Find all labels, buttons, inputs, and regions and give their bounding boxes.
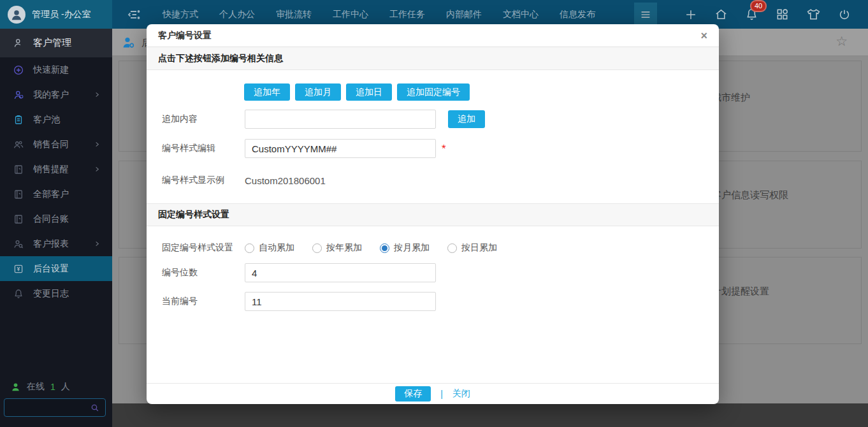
people-icon [13,139,24,150]
chevron-right-icon [94,240,101,247]
sidebar-item-label: 变更日志 [33,288,69,300]
star-favorite-icon[interactable]: ☆ [835,34,848,49]
settings-user-icon [121,35,136,50]
append-content-label: 追加内容 [162,113,245,125]
hamburger-menu-icon[interactable] [634,3,657,26]
online-count: 1 [50,382,55,392]
customer-management-icon [13,37,24,49]
section-header-append-info: 点击下述按钮添加编号相关信息 [147,47,719,70]
nav-item-personal-office[interactable]: 个人办公 [219,9,255,20]
radio-label: 按日累加 [461,242,497,254]
sidebar-search-input[interactable] [4,403,90,412]
chevron-right-icon [94,166,101,173]
search-icon[interactable] [90,403,105,413]
radio-label: 按月累加 [394,242,430,254]
online-status: 在线 1 人 [10,381,70,393]
chevron-right-icon [94,91,101,98]
card-label: 客户信息读写权限 [712,189,788,201]
phonebook-icon [13,214,24,225]
sidebar-item-customer-reports[interactable]: 客户报表 [0,231,112,256]
modal-footer: 保存 | 关闭 [147,383,719,404]
number-digits-row: 编号位数 [162,263,719,282]
radio-button[interactable] [312,243,322,253]
number-example-label: 编号样式显示例 [162,175,245,186]
phonebook-icon [13,189,24,200]
plus-icon[interactable] [684,8,698,22]
sidebar-item-backend-settings[interactable]: 后台设置 [0,256,112,281]
fixed-number-style-label: 固定编号样式设置 [162,242,245,254]
append-year-button[interactable]: 追加年 [244,83,290,101]
append-button[interactable]: 追加 [448,110,485,128]
number-style-input[interactable] [245,139,436,158]
save-button[interactable]: 保存 [395,386,431,402]
sidebar-search [4,398,106,417]
topbar-nav: 快捷方式 个人办公 审批流转 工作中心 工作任务 内部邮件 文档中心 信息发布 [112,3,657,26]
sidebar-item-change-log[interactable]: 变更日志 [0,281,112,306]
number-digits-input[interactable] [245,263,436,282]
notification-bell-icon[interactable]: 40 [744,7,759,22]
number-style-label: 编号样式编辑 [162,143,245,154]
radio-button[interactable] [447,243,457,253]
online-suffix: 人 [61,381,70,393]
number-example-value: Custom201806001 [245,175,326,186]
user-avatar-icon [8,6,25,24]
radio-label: 按年累加 [326,242,362,254]
sidebar-item-label: 客户报表 [33,238,69,250]
number-digits-label: 编号位数 [162,267,245,279]
radio-yearly-increment[interactable]: 按年累加 [312,242,371,254]
nav-item-document-center[interactable]: 文档中心 [503,9,539,20]
online-person-icon [10,382,21,393]
append-month-button[interactable]: 追加月 [295,83,341,101]
sidebar-item-label: 合同台账 [33,214,69,225]
radio-auto-increment[interactable]: 自动累加 [245,242,303,254]
footer-divider: | [440,389,443,399]
radio-daily-increment[interactable]: 按日累加 [447,242,506,254]
topbar-icons: 40 [684,6,868,22]
append-content-row: 追加内容 追加 [162,110,719,129]
sidebar-item-label: 销售提醒 [33,164,69,175]
sidebar-header-customer-management[interactable]: 客户管理 [0,29,112,57]
home-icon[interactable] [714,7,728,22]
sidebar-item-all-customers[interactable]: 全部客户 [0,182,112,206]
radio-button-selected[interactable] [380,243,389,253]
number-style-row: 编号样式编辑 * [162,139,719,158]
sidebar-item-sales-contracts[interactable]: 销售合同 [0,132,112,157]
append-fixed-number-button[interactable]: 追加固定编号 [397,83,470,101]
nav-item-work-tasks[interactable]: 工作任务 [389,9,425,20]
radio-monthly-increment[interactable]: 按月累加 [380,242,438,254]
close-icon[interactable]: × [700,30,707,41]
required-asterisk: * [442,143,446,154]
section-header-fixed-number: 固定编号样式设置 [147,203,719,226]
nav-item-info-publish[interactable]: 信息发布 [560,9,595,20]
power-icon[interactable] [837,8,851,22]
sidebar-item-label: 后台设置 [33,263,69,275]
sidebar-item-label: 全部客户 [33,189,69,200]
sidebar-item-my-customers[interactable]: 我的客户 [0,82,112,107]
sidebar-item-sales-reminders[interactable]: 销售提醒 [0,157,112,182]
nav-item-work-center[interactable]: 工作中心 [333,9,368,20]
current-number-input[interactable] [245,292,436,311]
nav-item-approval-flow[interactable]: 审批流转 [276,9,312,20]
sidebar: 客户管理 快速新建 我的客户 客户池 销售合同 销售 [0,29,112,427]
sidebar-item-quick-create[interactable]: 快速新建 [0,57,112,82]
nav-item-shortcuts[interactable]: 快捷方式 [163,9,198,20]
plus-circle-icon [13,64,24,76]
radio-button[interactable] [245,243,254,253]
close-link[interactable]: 关闭 [452,388,470,400]
current-number-label: 当前编号 [162,296,245,307]
collapse-menu-icon[interactable] [126,7,141,22]
current-number-row: 当前编号 [162,292,719,311]
shirt-icon[interactable] [806,6,821,22]
sidebar-item-customer-pool[interactable]: 客户池 [0,107,112,132]
append-content-input[interactable] [245,110,436,129]
card-label: 计划提醒设置 [712,286,769,298]
sidebar-item-label: 我的客户 [33,89,69,101]
nav-item-internal-mail[interactable]: 内部邮件 [446,9,482,20]
append-day-button[interactable]: 追加日 [346,83,392,101]
customer-number-settings-modal: 客户编号设置 × 点击下述按钮添加编号相关信息 追加年 追加月 追加日 追加固定… [147,24,719,404]
online-label: 在线 [27,381,45,393]
topbar-user-area[interactable]: 管理员 -办公室 [0,0,112,29]
apps-grid-icon[interactable] [775,7,790,22]
sidebar-item-contract-ledger[interactable]: 合同台账 [0,206,112,231]
background-footer-strip [112,403,868,427]
